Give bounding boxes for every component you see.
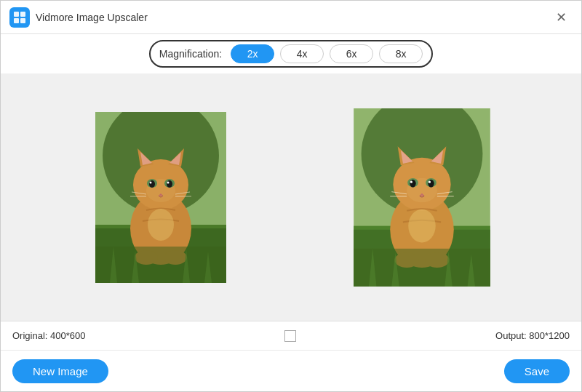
svg-point-43 — [410, 180, 415, 187]
svg-point-44 — [428, 180, 434, 187]
svg-point-46 — [428, 180, 430, 183]
comparison-checkbox[interactable] — [284, 330, 296, 342]
svg-point-20 — [167, 181, 169, 183]
app-icon — [9, 7, 30, 28]
output-size-label: Output: 800*1200 — [495, 330, 570, 341]
app-title: Vidmore Image Upscaler — [36, 12, 148, 23]
svg-rect-2 — [14, 18, 19, 23]
output-image-panel — [291, 108, 552, 287]
mag-6x-button[interactable]: 6x — [330, 44, 373, 63]
svg-point-45 — [410, 180, 412, 183]
new-image-button[interactable]: New Image — [12, 359, 108, 383]
title-bar: Vidmore Image Upscaler ✕ — [1, 1, 581, 34]
mag-8x-button[interactable]: 8x — [379, 44, 423, 63]
original-image-panel — [30, 112, 291, 283]
svg-point-18 — [167, 180, 172, 188]
original-image — [95, 112, 226, 283]
close-button[interactable]: ✕ — [550, 7, 573, 28]
main-area — [1, 73, 581, 321]
mag-2x-button[interactable]: 2x — [231, 44, 274, 63]
save-button[interactable]: Save — [504, 359, 570, 383]
title-left: Vidmore Image Upscaler — [9, 7, 148, 28]
svg-point-17 — [149, 180, 155, 188]
svg-rect-1 — [20, 12, 25, 17]
svg-rect-0 — [14, 12, 19, 17]
status-bar: Original: 400*600 Output: 800*1200 — [1, 321, 581, 350]
svg-point-28 — [148, 209, 174, 241]
magnification-bar: Magnification: 2x 4x 6x 8x — [1, 34, 581, 73]
original-size-label: Original: 400*600 — [12, 330, 85, 341]
mag-4x-button[interactable]: 4x — [280, 44, 324, 63]
svg-point-54 — [408, 209, 436, 242]
output-image — [353, 108, 491, 287]
svg-rect-3 — [20, 18, 25, 23]
mag-wrapper: Magnification: 2x 4x 6x 8x — [149, 40, 433, 68]
svg-point-19 — [149, 181, 151, 183]
footer: New Image Save — [1, 350, 581, 391]
magnification-label: Magnification: — [159, 48, 222, 60]
